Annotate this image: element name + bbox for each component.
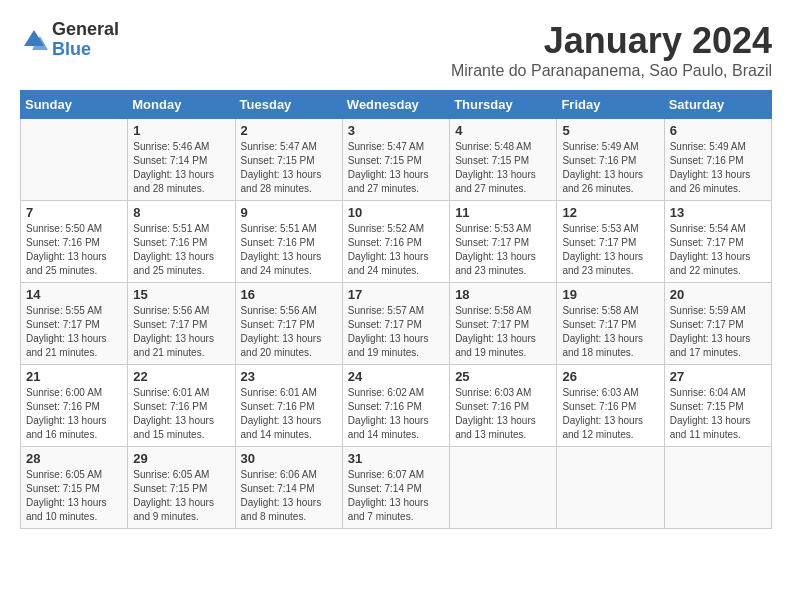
day-number: 14 [26,287,122,302]
calendar-header-row: SundayMondayTuesdayWednesdayThursdayFrid… [21,91,772,119]
calendar-table: SundayMondayTuesdayWednesdayThursdayFrid… [20,90,772,529]
day-info: Sunrise: 5:53 AMSunset: 7:17 PMDaylight:… [455,222,551,278]
calendar-cell [664,447,771,529]
column-header-saturday: Saturday [664,91,771,119]
day-number: 16 [241,287,337,302]
logo: General Blue [20,20,119,60]
calendar-cell: 20Sunrise: 5:59 AMSunset: 7:17 PMDayligh… [664,283,771,365]
day-info: Sunrise: 5:53 AMSunset: 7:17 PMDaylight:… [562,222,658,278]
day-info: Sunrise: 6:00 AMSunset: 7:16 PMDaylight:… [26,386,122,442]
calendar-cell: 31Sunrise: 6:07 AMSunset: 7:14 PMDayligh… [342,447,449,529]
calendar-cell: 30Sunrise: 6:06 AMSunset: 7:14 PMDayligh… [235,447,342,529]
day-info: Sunrise: 5:57 AMSunset: 7:17 PMDaylight:… [348,304,444,360]
day-info: Sunrise: 5:56 AMSunset: 7:17 PMDaylight:… [133,304,229,360]
column-header-wednesday: Wednesday [342,91,449,119]
calendar-cell: 23Sunrise: 6:01 AMSunset: 7:16 PMDayligh… [235,365,342,447]
calendar-week-row: 28Sunrise: 6:05 AMSunset: 7:15 PMDayligh… [21,447,772,529]
day-info: Sunrise: 5:50 AMSunset: 7:16 PMDaylight:… [26,222,122,278]
day-number: 7 [26,205,122,220]
month-title: January 2024 [451,20,772,62]
day-number: 28 [26,451,122,466]
calendar-week-row: 21Sunrise: 6:00 AMSunset: 7:16 PMDayligh… [21,365,772,447]
day-number: 26 [562,369,658,384]
day-number: 15 [133,287,229,302]
day-info: Sunrise: 5:54 AMSunset: 7:17 PMDaylight:… [670,222,766,278]
logo-text: General Blue [52,20,119,60]
calendar-cell: 10Sunrise: 5:52 AMSunset: 7:16 PMDayligh… [342,201,449,283]
calendar-cell: 5Sunrise: 5:49 AMSunset: 7:16 PMDaylight… [557,119,664,201]
day-info: Sunrise: 6:07 AMSunset: 7:14 PMDaylight:… [348,468,444,524]
location-subtitle: Mirante do Paranapanema, Sao Paulo, Braz… [451,62,772,80]
day-number: 30 [241,451,337,466]
calendar-cell: 4Sunrise: 5:48 AMSunset: 7:15 PMDaylight… [450,119,557,201]
calendar-cell: 25Sunrise: 6:03 AMSunset: 7:16 PMDayligh… [450,365,557,447]
calendar-cell: 14Sunrise: 5:55 AMSunset: 7:17 PMDayligh… [21,283,128,365]
day-number: 8 [133,205,229,220]
calendar-cell: 3Sunrise: 5:47 AMSunset: 7:15 PMDaylight… [342,119,449,201]
logo-icon [20,26,48,54]
day-info: Sunrise: 5:58 AMSunset: 7:17 PMDaylight:… [455,304,551,360]
calendar-cell [450,447,557,529]
calendar-week-row: 7Sunrise: 5:50 AMSunset: 7:16 PMDaylight… [21,201,772,283]
title-section: January 2024 Mirante do Paranapanema, Sa… [451,20,772,80]
day-info: Sunrise: 6:04 AMSunset: 7:15 PMDaylight:… [670,386,766,442]
day-number: 20 [670,287,766,302]
day-info: Sunrise: 5:56 AMSunset: 7:17 PMDaylight:… [241,304,337,360]
day-number: 19 [562,287,658,302]
day-number: 12 [562,205,658,220]
calendar-cell: 9Sunrise: 5:51 AMSunset: 7:16 PMDaylight… [235,201,342,283]
calendar-cell: 16Sunrise: 5:56 AMSunset: 7:17 PMDayligh… [235,283,342,365]
day-info: Sunrise: 6:01 AMSunset: 7:16 PMDaylight:… [241,386,337,442]
calendar-cell: 11Sunrise: 5:53 AMSunset: 7:17 PMDayligh… [450,201,557,283]
day-info: Sunrise: 6:03 AMSunset: 7:16 PMDaylight:… [562,386,658,442]
calendar-cell: 6Sunrise: 5:49 AMSunset: 7:16 PMDaylight… [664,119,771,201]
calendar-cell: 15Sunrise: 5:56 AMSunset: 7:17 PMDayligh… [128,283,235,365]
day-info: Sunrise: 5:48 AMSunset: 7:15 PMDaylight:… [455,140,551,196]
column-header-thursday: Thursday [450,91,557,119]
day-number: 25 [455,369,551,384]
day-number: 13 [670,205,766,220]
calendar-cell: 29Sunrise: 6:05 AMSunset: 7:15 PMDayligh… [128,447,235,529]
calendar-cell [21,119,128,201]
calendar-cell: 2Sunrise: 5:47 AMSunset: 7:15 PMDaylight… [235,119,342,201]
day-number: 17 [348,287,444,302]
day-info: Sunrise: 6:06 AMSunset: 7:14 PMDaylight:… [241,468,337,524]
calendar-week-row: 14Sunrise: 5:55 AMSunset: 7:17 PMDayligh… [21,283,772,365]
day-number: 4 [455,123,551,138]
logo-blue-text: Blue [52,40,119,60]
calendar-cell: 28Sunrise: 6:05 AMSunset: 7:15 PMDayligh… [21,447,128,529]
calendar-cell [557,447,664,529]
day-info: Sunrise: 6:05 AMSunset: 7:15 PMDaylight:… [133,468,229,524]
calendar-cell: 26Sunrise: 6:03 AMSunset: 7:16 PMDayligh… [557,365,664,447]
calendar-week-row: 1Sunrise: 5:46 AMSunset: 7:14 PMDaylight… [21,119,772,201]
column-header-friday: Friday [557,91,664,119]
day-number: 9 [241,205,337,220]
day-number: 23 [241,369,337,384]
column-header-sunday: Sunday [21,91,128,119]
day-number: 21 [26,369,122,384]
day-info: Sunrise: 5:47 AMSunset: 7:15 PMDaylight:… [241,140,337,196]
day-info: Sunrise: 5:55 AMSunset: 7:17 PMDaylight:… [26,304,122,360]
day-number: 22 [133,369,229,384]
calendar-cell: 24Sunrise: 6:02 AMSunset: 7:16 PMDayligh… [342,365,449,447]
column-header-tuesday: Tuesday [235,91,342,119]
day-info: Sunrise: 5:51 AMSunset: 7:16 PMDaylight:… [133,222,229,278]
day-info: Sunrise: 5:51 AMSunset: 7:16 PMDaylight:… [241,222,337,278]
calendar-cell: 17Sunrise: 5:57 AMSunset: 7:17 PMDayligh… [342,283,449,365]
calendar-cell: 8Sunrise: 5:51 AMSunset: 7:16 PMDaylight… [128,201,235,283]
day-number: 31 [348,451,444,466]
calendar-cell: 12Sunrise: 5:53 AMSunset: 7:17 PMDayligh… [557,201,664,283]
day-number: 5 [562,123,658,138]
day-number: 6 [670,123,766,138]
calendar-cell: 18Sunrise: 5:58 AMSunset: 7:17 PMDayligh… [450,283,557,365]
day-number: 29 [133,451,229,466]
day-info: Sunrise: 5:47 AMSunset: 7:15 PMDaylight:… [348,140,444,196]
calendar-cell: 13Sunrise: 5:54 AMSunset: 7:17 PMDayligh… [664,201,771,283]
column-header-monday: Monday [128,91,235,119]
day-number: 24 [348,369,444,384]
day-number: 10 [348,205,444,220]
day-info: Sunrise: 5:58 AMSunset: 7:17 PMDaylight:… [562,304,658,360]
day-info: Sunrise: 6:03 AMSunset: 7:16 PMDaylight:… [455,386,551,442]
logo-general-text: General [52,20,119,40]
day-number: 27 [670,369,766,384]
